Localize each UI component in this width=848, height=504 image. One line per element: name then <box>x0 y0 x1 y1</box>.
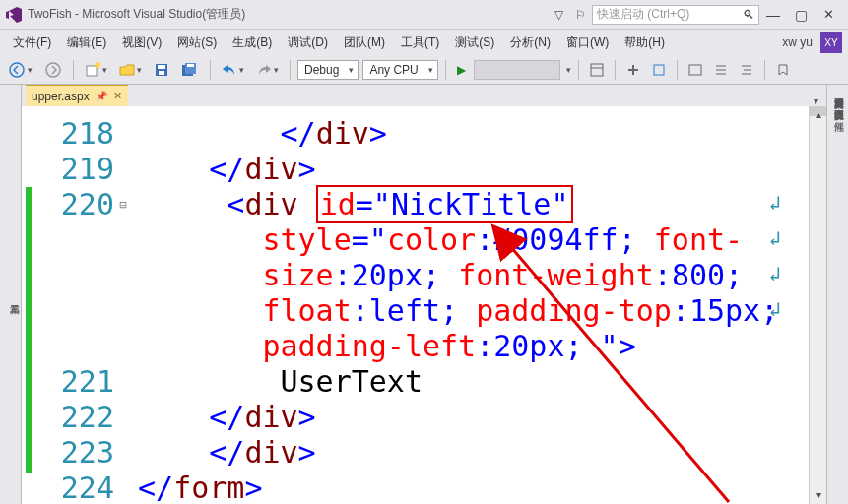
document-tabs: upper.aspx 📌 ✕ ▾ <box>22 85 826 106</box>
menu-view[interactable]: 视图(V) <box>115 32 168 54</box>
notification-icon[interactable]: ▽ <box>554 8 563 22</box>
menu-build[interactable]: 生成(B) <box>226 32 279 54</box>
tb-icon-3[interactable] <box>648 61 670 79</box>
save-button[interactable] <box>150 60 173 80</box>
close-tab-icon[interactable]: ✕ <box>113 90 122 102</box>
svg-point-1 <box>46 63 60 77</box>
wrap-icon: ↲ <box>769 256 781 291</box>
menu-team[interactable]: 团队(M) <box>337 32 392 54</box>
config-combo[interactable]: Debug▾ <box>297 60 359 80</box>
tb-icon-6[interactable] <box>736 61 757 79</box>
menu-website[interactable]: 网站(S) <box>170 32 224 54</box>
quick-launch-placeholder: 快速启动 (Ctrl+Q) <box>597 6 689 23</box>
menu-edit[interactable]: 编辑(E) <box>60 32 113 54</box>
svg-rect-5 <box>158 65 165 69</box>
outline-toggle[interactable]: ⊟ <box>118 187 128 222</box>
nav-forward-button[interactable] <box>40 59 66 81</box>
svg-rect-10 <box>591 64 603 76</box>
solution-explorer-tab[interactable]: 解决方案资源管理器 <box>827 85 848 96</box>
tab-overflow-button[interactable]: ▾ <box>814 95 818 106</box>
svg-rect-9 <box>187 64 194 67</box>
team-explorer-tab[interactable]: 团队资源管理器 <box>827 96 848 108</box>
code-content[interactable]: </div> </div> <div id="NickTitle" style=… <box>128 106 809 504</box>
main-area: 工具箱 upper.aspx 📌 ✕ ▾ 218 219 220 221 222… <box>0 85 848 504</box>
scroll-down-button[interactable]: ▾ <box>810 486 826 504</box>
tb-icon-1[interactable] <box>586 61 608 79</box>
wrap-icon: ↲ <box>769 185 781 220</box>
start-debug-button[interactable]: ▶ <box>453 61 470 79</box>
open-button[interactable]: ▾ <box>115 60 146 80</box>
menu-tools[interactable]: 工具(T) <box>394 32 446 54</box>
nav-back-button[interactable]: ▾ <box>4 59 36 81</box>
menu-analyze[interactable]: 分析(N) <box>503 32 557 54</box>
file-tab-active[interactable]: upper.aspx 📌 ✕ <box>26 85 128 106</box>
feedback-icon[interactable]: ⚐ <box>575 8 586 22</box>
close-button[interactable]: ✕ <box>815 7 842 22</box>
menu-window[interactable]: 窗口(W) <box>559 32 616 54</box>
minimize-button[interactable]: — <box>759 7 787 23</box>
undo-button[interactable]: ▾ <box>218 61 248 79</box>
svg-rect-6 <box>159 71 164 75</box>
search-icon: 🔍︎ <box>743 8 754 22</box>
tb-icon-2[interactable] <box>622 61 644 79</box>
menu-test[interactable]: 测试(S) <box>448 32 501 54</box>
menubar: 文件(F) 编辑(E) 视图(V) 网站(S) 生成(B) 调试(D) 团队(M… <box>0 30 848 55</box>
redo-button[interactable]: ▾ <box>252 61 283 79</box>
platform-combo[interactable]: Any CPU▾ <box>362 60 437 80</box>
vertical-scrollbar[interactable]: ▴ ▾ <box>809 106 826 504</box>
wrap-icon: ↲ <box>769 291 781 327</box>
line-gutter: 218 219 220 221 222 223 224 ⊟ <box>22 106 128 504</box>
svg-rect-11 <box>654 65 664 75</box>
titlebar: TwoFish - Microsoft Visual Studio(管理员) ▽… <box>0 0 848 30</box>
svg-rect-12 <box>689 65 701 75</box>
menu-file[interactable]: 文件(F) <box>6 32 58 54</box>
window-title: TwoFish - Microsoft Visual Studio(管理员) <box>28 6 245 23</box>
tb-icon-7[interactable] <box>772 61 794 79</box>
browser-combo[interactable] <box>474 60 560 80</box>
svg-point-0 <box>10 63 24 77</box>
right-panels: 解决方案资源管理器 团队资源管理器 属性 <box>826 85 848 504</box>
toolbar: ▾ ▾ ▾ ▾ ▾ Debug▾ Any CPU▾ ▶ ▾ <box>0 55 848 85</box>
user-avatar[interactable]: XY <box>820 32 842 53</box>
svg-rect-2 <box>87 66 97 76</box>
user-name[interactable]: xw yu <box>782 35 813 49</box>
save-all-button[interactable] <box>177 60 203 80</box>
menu-help[interactable]: 帮助(H) <box>618 32 672 54</box>
menu-debug[interactable]: 调试(D) <box>281 32 335 54</box>
maximize-button[interactable]: ▢ <box>787 7 815 23</box>
toolbox-panel-tab[interactable]: 工具箱 <box>0 85 22 504</box>
quick-launch-input[interactable]: 快速启动 (Ctrl+Q) 🔍︎ <box>592 5 759 25</box>
code-editor[interactable]: 218 219 220 221 222 223 224 ⊟ </div> </d… <box>22 106 826 504</box>
tb-icon-4[interactable] <box>685 61 706 79</box>
visual-studio-icon <box>6 7 22 23</box>
editor-wrap: upper.aspx 📌 ✕ ▾ 218 219 220 221 222 223… <box>22 85 826 504</box>
svg-point-3 <box>95 62 100 68</box>
change-indicator <box>26 187 32 472</box>
new-project-button[interactable]: ▾ <box>81 60 111 80</box>
file-tab-label: upper.aspx <box>32 90 90 103</box>
properties-tab[interactable]: 属性 <box>827 108 848 120</box>
pin-icon[interactable]: 📌 <box>96 91 107 101</box>
scroll-up-button[interactable]: ▴ <box>810 106 826 124</box>
wrap-icon: ↲ <box>769 220 781 256</box>
tb-icon-5[interactable] <box>710 61 732 79</box>
